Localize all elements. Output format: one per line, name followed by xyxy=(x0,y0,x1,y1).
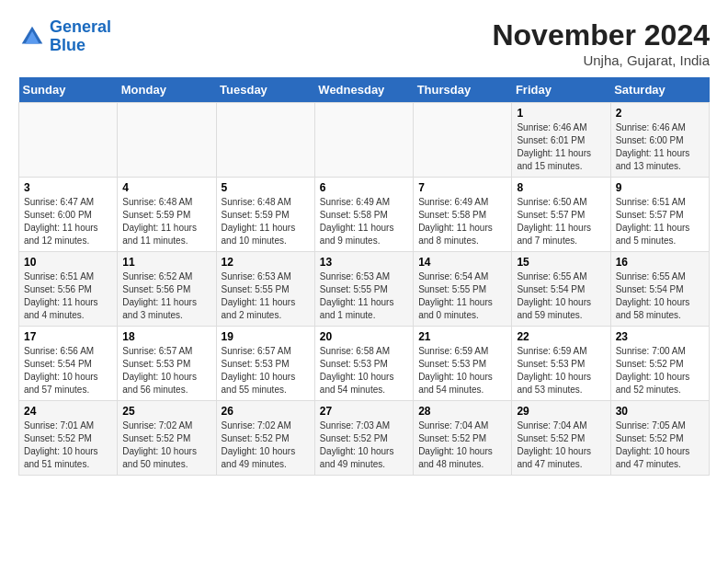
title-area: November 2024 Unjha, Gujarat, India xyxy=(492,18,710,68)
calendar-cell: 25Sunrise: 7:02 AM Sunset: 5:52 PM Dayli… xyxy=(118,401,216,476)
calendar-cell: 15Sunrise: 6:55 AM Sunset: 5:54 PM Dayli… xyxy=(512,252,610,327)
calendar-cell: 17Sunrise: 6:56 AM Sunset: 5:54 PM Dayli… xyxy=(19,327,118,401)
calendar-cell: 8Sunrise: 6:50 AM Sunset: 5:57 PM Daylig… xyxy=(512,178,610,252)
day-number: 5 xyxy=(222,181,310,194)
day-info: Sunrise: 7:00 AM Sunset: 5:52 PM Dayligh… xyxy=(616,345,704,396)
location: Unjha, Gujarat, India xyxy=(492,52,710,68)
day-info: Sunrise: 6:56 AM Sunset: 5:54 PM Dayligh… xyxy=(24,345,112,396)
calendar-cell xyxy=(314,103,413,178)
day-number: 2 xyxy=(616,107,704,120)
col-header-tuesday: Tuesday xyxy=(216,77,314,103)
calendar-cell: 27Sunrise: 7:03 AM Sunset: 5:52 PM Dayli… xyxy=(314,401,413,476)
day-info: Sunrise: 6:50 AM Sunset: 5:57 PM Dayligh… xyxy=(517,196,605,247)
calendar-cell: 22Sunrise: 6:59 AM Sunset: 5:53 PM Dayli… xyxy=(512,327,610,401)
day-number: 23 xyxy=(616,330,704,343)
day-number: 14 xyxy=(418,256,506,269)
calendar-cell: 1Sunrise: 6:46 AM Sunset: 6:01 PM Daylig… xyxy=(512,103,610,178)
calendar-cell: 29Sunrise: 7:04 AM Sunset: 5:52 PM Dayli… xyxy=(512,401,610,476)
logo-line1: General xyxy=(50,17,111,36)
day-number: 1 xyxy=(517,107,605,120)
day-number: 15 xyxy=(517,256,605,269)
day-number: 20 xyxy=(320,330,408,343)
day-info: Sunrise: 6:54 AM Sunset: 5:55 PM Dayligh… xyxy=(418,270,506,322)
month-title: November 2024 xyxy=(492,18,710,52)
day-info: Sunrise: 6:57 AM Sunset: 5:53 PM Dayligh… xyxy=(122,345,210,396)
calendar-cell xyxy=(414,103,512,178)
day-number: 9 xyxy=(616,181,704,194)
day-info: Sunrise: 7:04 AM Sunset: 5:52 PM Dayligh… xyxy=(418,419,506,471)
logo: General Blue xyxy=(18,18,111,55)
logo-line2: Blue xyxy=(50,36,85,54)
day-info: Sunrise: 6:58 AM Sunset: 5:53 PM Dayligh… xyxy=(320,345,408,396)
calendar-cell: 7Sunrise: 6:49 AM Sunset: 5:58 PM Daylig… xyxy=(414,178,512,252)
day-number: 4 xyxy=(122,181,210,194)
calendar-table: SundayMondayTuesdayWednesdayThursdayFrid… xyxy=(18,77,710,476)
calendar-cell: 12Sunrise: 6:53 AM Sunset: 5:55 PM Dayli… xyxy=(216,252,314,327)
calendar-week-row: 17Sunrise: 6:56 AM Sunset: 5:54 PM Dayli… xyxy=(19,327,710,401)
calendar-cell: 24Sunrise: 7:01 AM Sunset: 5:52 PM Dayli… xyxy=(19,401,118,476)
logo-icon xyxy=(18,23,46,51)
day-info: Sunrise: 7:04 AM Sunset: 5:52 PM Dayligh… xyxy=(517,419,605,471)
logo-text: General Blue xyxy=(50,18,111,55)
day-info: Sunrise: 7:01 AM Sunset: 5:52 PM Dayligh… xyxy=(24,419,112,471)
day-info: Sunrise: 7:02 AM Sunset: 5:52 PM Dayligh… xyxy=(122,419,210,471)
day-number: 7 xyxy=(418,181,506,194)
col-header-thursday: Thursday xyxy=(414,77,512,103)
day-number: 18 xyxy=(122,330,210,343)
calendar-week-row: 1Sunrise: 6:46 AM Sunset: 6:01 PM Daylig… xyxy=(19,103,710,178)
day-number: 25 xyxy=(122,405,210,418)
day-info: Sunrise: 6:55 AM Sunset: 5:54 PM Dayligh… xyxy=(517,270,605,322)
calendar-cell xyxy=(118,103,216,178)
calendar-cell: 9Sunrise: 6:51 AM Sunset: 5:57 PM Daylig… xyxy=(610,178,709,252)
calendar-cell: 13Sunrise: 6:53 AM Sunset: 5:55 PM Dayli… xyxy=(314,252,413,327)
col-header-monday: Monday xyxy=(118,77,216,103)
day-info: Sunrise: 6:52 AM Sunset: 5:56 PM Dayligh… xyxy=(122,270,210,322)
calendar-cell: 26Sunrise: 7:02 AM Sunset: 5:52 PM Dayli… xyxy=(216,401,314,476)
day-number: 13 xyxy=(320,256,408,269)
day-number: 19 xyxy=(222,330,310,343)
day-info: Sunrise: 6:51 AM Sunset: 5:56 PM Dayligh… xyxy=(24,270,112,322)
day-number: 6 xyxy=(320,181,408,194)
day-info: Sunrise: 6:48 AM Sunset: 5:59 PM Dayligh… xyxy=(222,196,310,247)
col-header-saturday: Saturday xyxy=(610,77,709,103)
day-info: Sunrise: 7:03 AM Sunset: 5:52 PM Dayligh… xyxy=(320,419,408,471)
day-number: 17 xyxy=(24,330,112,343)
calendar-header-row: SundayMondayTuesdayWednesdayThursdayFrid… xyxy=(19,77,710,103)
day-info: Sunrise: 6:46 AM Sunset: 6:00 PM Dayligh… xyxy=(616,121,704,173)
calendar-cell: 6Sunrise: 6:49 AM Sunset: 5:58 PM Daylig… xyxy=(314,178,413,252)
day-number: 12 xyxy=(222,256,310,269)
day-number: 11 xyxy=(122,256,210,269)
calendar-cell: 21Sunrise: 6:59 AM Sunset: 5:53 PM Dayli… xyxy=(414,327,512,401)
day-info: Sunrise: 6:46 AM Sunset: 6:01 PM Dayligh… xyxy=(517,121,605,173)
day-info: Sunrise: 6:47 AM Sunset: 6:00 PM Dayligh… xyxy=(24,196,112,247)
calendar-cell: 14Sunrise: 6:54 AM Sunset: 5:55 PM Dayli… xyxy=(414,252,512,327)
calendar-cell: 5Sunrise: 6:48 AM Sunset: 5:59 PM Daylig… xyxy=(216,178,314,252)
calendar-week-row: 3Sunrise: 6:47 AM Sunset: 6:00 PM Daylig… xyxy=(19,178,710,252)
calendar-week-row: 24Sunrise: 7:01 AM Sunset: 5:52 PM Dayli… xyxy=(19,401,710,476)
calendar-week-row: 10Sunrise: 6:51 AM Sunset: 5:56 PM Dayli… xyxy=(19,252,710,327)
day-number: 8 xyxy=(517,181,605,194)
day-number: 27 xyxy=(320,405,408,418)
day-info: Sunrise: 6:59 AM Sunset: 5:53 PM Dayligh… xyxy=(418,345,506,396)
calendar-cell: 11Sunrise: 6:52 AM Sunset: 5:56 PM Dayli… xyxy=(118,252,216,327)
calendar-cell: 3Sunrise: 6:47 AM Sunset: 6:00 PM Daylig… xyxy=(19,178,118,252)
day-number: 30 xyxy=(616,405,704,418)
calendar-cell: 10Sunrise: 6:51 AM Sunset: 5:56 PM Dayli… xyxy=(19,252,118,327)
day-number: 24 xyxy=(24,405,112,418)
calendar-cell: 20Sunrise: 6:58 AM Sunset: 5:53 PM Dayli… xyxy=(314,327,413,401)
day-number: 28 xyxy=(418,405,506,418)
col-header-sunday: Sunday xyxy=(19,77,118,103)
day-info: Sunrise: 6:59 AM Sunset: 5:53 PM Dayligh… xyxy=(517,345,605,396)
day-info: Sunrise: 6:48 AM Sunset: 5:59 PM Dayligh… xyxy=(122,196,210,247)
day-info: Sunrise: 6:57 AM Sunset: 5:53 PM Dayligh… xyxy=(222,345,310,396)
calendar-cell: 18Sunrise: 6:57 AM Sunset: 5:53 PM Dayli… xyxy=(118,327,216,401)
day-number: 21 xyxy=(418,330,506,343)
calendar-cell xyxy=(19,103,118,178)
calendar-cell xyxy=(216,103,314,178)
col-header-friday: Friday xyxy=(512,77,610,103)
day-info: Sunrise: 6:53 AM Sunset: 5:55 PM Dayligh… xyxy=(320,270,408,322)
day-info: Sunrise: 6:49 AM Sunset: 5:58 PM Dayligh… xyxy=(320,196,408,247)
day-info: Sunrise: 6:51 AM Sunset: 5:57 PM Dayligh… xyxy=(616,196,704,247)
col-header-wednesday: Wednesday xyxy=(314,77,413,103)
day-number: 22 xyxy=(517,330,605,343)
